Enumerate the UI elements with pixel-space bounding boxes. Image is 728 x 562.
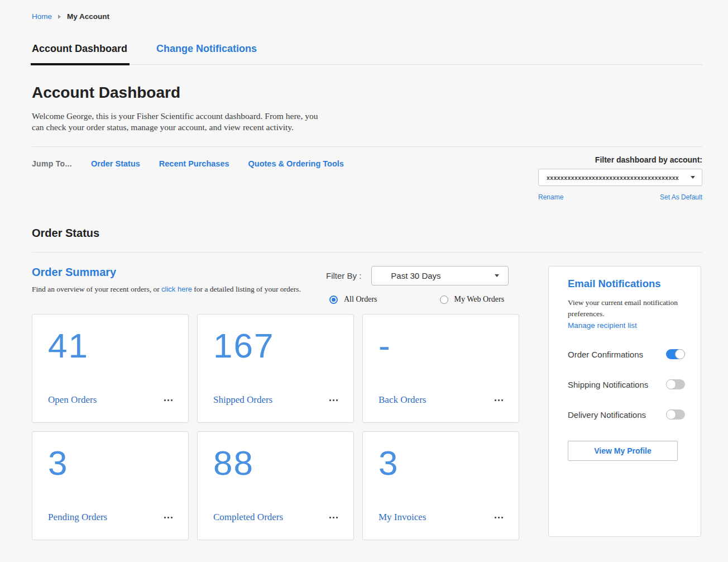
- delivery-notifications-toggle[interactable]: [666, 409, 685, 420]
- order-summary-title: Order Summary: [32, 266, 301, 279]
- divider: [32, 252, 702, 253]
- card-footer: Completed Orders: [213, 512, 339, 523]
- account-filter-selected-value: xxxxxxxxxxxxxxxxxxxxxxxxxxxxxxxxxxxxxx: [547, 174, 679, 181]
- card-footer: Back Orders: [379, 394, 504, 406]
- shipped-orders-link[interactable]: Shipped Orders: [213, 394, 272, 406]
- order-status-heading: Order Status: [32, 227, 702, 240]
- set-as-default-link[interactable]: Set As Default: [660, 193, 702, 201]
- view-my-profile-button[interactable]: View My Profile: [568, 441, 678, 461]
- breadcrumb-current: My Account: [67, 12, 109, 21]
- filter-by-label: Filter By :: [326, 271, 361, 280]
- shipped-orders-count: 167: [213, 327, 339, 365]
- card-back-orders: - Back Orders: [362, 314, 519, 423]
- my-invoices-count: 3: [379, 444, 504, 482]
- date-range-selected-value: Past 30 Days: [391, 271, 440, 280]
- tab-change-notifications[interactable]: Change Notifications: [156, 43, 257, 64]
- description-text: Find an overview of your recent orders, …: [32, 285, 161, 293]
- order-type-radios: All Orders My Web Orders: [326, 295, 519, 304]
- jump-to-label: Jump To...: [32, 159, 72, 168]
- card-footer: Pending Orders: [48, 512, 174, 523]
- manage-recipient-list-link[interactable]: Manage recipient list: [568, 321, 637, 330]
- breadcrumb: Home My Account: [32, 12, 702, 21]
- welcome-text: Welcome George, this is your Fisher Scie…: [32, 111, 328, 133]
- ellipsis-menu-icon[interactable]: [163, 397, 174, 403]
- jump-to-row: Jump To... Order Status Recent Purchases…: [32, 155, 702, 201]
- card-shipped-orders: 167 Shipped Orders: [197, 314, 354, 423]
- order-confirmations-toggle[interactable]: [666, 349, 685, 359]
- page-title: Account Dashboard: [32, 84, 702, 102]
- card-pending-orders: 3 Pending Orders: [32, 431, 189, 540]
- completed-orders-count: 88: [213, 444, 339, 482]
- radio-selected-icon: [329, 296, 338, 304]
- shipping-notifications-label: Shipping Notifications: [568, 380, 648, 389]
- order-confirmations-row: Order Confirmations: [568, 349, 685, 359]
- completed-orders-link[interactable]: Completed Orders: [213, 512, 283, 523]
- radio-all-orders[interactable]: All Orders: [329, 295, 377, 304]
- account-filter: Filter dashboard by account: xxxxxxxxxxx…: [538, 155, 702, 201]
- back-orders-count: -: [379, 327, 504, 365]
- radio-all-orders-label: All Orders: [344, 295, 377, 304]
- tab-bar: Account Dashboard Change Notifications: [32, 43, 702, 65]
- delivery-notifications-row: Delivery Notifications: [568, 409, 685, 420]
- pending-orders-link[interactable]: Pending Orders: [48, 512, 107, 523]
- ellipsis-menu-icon[interactable]: [494, 515, 504, 521]
- pending-orders-count: 3: [48, 444, 174, 482]
- shipping-notifications-row: Shipping Notifications: [568, 379, 685, 389]
- toggle-knob: [675, 349, 685, 359]
- order-confirmations-label: Order Confirmations: [568, 350, 643, 359]
- radio-my-web-orders[interactable]: My Web Orders: [440, 295, 505, 304]
- radio-my-web-orders-label: My Web Orders: [454, 295, 505, 304]
- card-footer: Open Orders: [48, 394, 174, 406]
- card-completed-orders: 88 Completed Orders: [197, 431, 354, 540]
- filter-by-controls: Filter By : Past 30 Days All Orders: [326, 266, 519, 304]
- ellipsis-menu-icon[interactable]: [328, 515, 339, 521]
- chevron-down-icon: [691, 176, 695, 179]
- rename-link[interactable]: Rename: [538, 193, 563, 201]
- account-filter-label: Filter dashboard by account:: [538, 155, 702, 164]
- ellipsis-menu-icon[interactable]: [494, 397, 504, 403]
- card-footer: Shipped Orders: [213, 394, 339, 406]
- filter-by-row: Filter By : Past 30 Days: [326, 266, 519, 285]
- order-summary-section: Order Summary Find an overview of your r…: [32, 266, 519, 540]
- toggle-knob: [666, 409, 676, 420]
- ellipsis-menu-icon[interactable]: [163, 515, 174, 521]
- email-notifications-title: Email Notifications: [568, 278, 685, 290]
- order-summary-description: Find an overview of your recent orders, …: [32, 285, 301, 294]
- description-text: for a detailed listing of your orders.: [192, 285, 301, 293]
- order-summary-intro: Order Summary Find an overview of your r…: [32, 266, 301, 294]
- order-summary-header: Order Summary Find an overview of your r…: [32, 266, 519, 314]
- email-notifications-description: View your current email notification pre…: [568, 297, 685, 320]
- jump-link-quotes-ordering-tools[interactable]: Quotes & Ordering Tools: [248, 159, 344, 168]
- open-orders-count: 41: [48, 327, 174, 365]
- jump-link-order-status[interactable]: Order Status: [91, 159, 140, 168]
- card-footer: My Invoices: [379, 512, 504, 523]
- click-here-link[interactable]: click here: [161, 285, 192, 293]
- order-summary-cards: 41 Open Orders 167 Shipped Orders -: [32, 314, 519, 540]
- notification-toggles: Order Confirmations Shipping Notificatio…: [568, 349, 685, 420]
- shipping-notifications-toggle[interactable]: [666, 379, 685, 389]
- account-filter-actions: Rename Set As Default: [538, 193, 702, 201]
- chevron-down-icon: [495, 274, 499, 277]
- toggle-knob: [666, 379, 676, 389]
- account-dashboard-page: Home My Account Account Dashboard Change…: [0, 0, 728, 540]
- divider: [32, 146, 702, 147]
- delivery-notifications-label: Delivery Notifications: [568, 410, 646, 420]
- tab-account-dashboard[interactable]: Account Dashboard: [32, 43, 127, 64]
- card-open-orders: 41 Open Orders: [32, 314, 189, 423]
- my-invoices-link[interactable]: My Invoices: [379, 512, 426, 523]
- email-notifications-panel: Email Notifications View your current em…: [548, 266, 701, 537]
- jump-link-recent-purchases[interactable]: Recent Purchases: [159, 159, 229, 168]
- ellipsis-menu-icon[interactable]: [328, 397, 339, 403]
- open-orders-link[interactable]: Open Orders: [48, 394, 97, 406]
- breadcrumb-separator-icon: [58, 15, 61, 19]
- jump-to-links: Jump To... Order Status Recent Purchases…: [32, 155, 344, 168]
- card-my-invoices: 3 My Invoices: [362, 431, 519, 540]
- date-range-select[interactable]: Past 30 Days: [371, 266, 509, 285]
- back-orders-link[interactable]: Back Orders: [379, 394, 426, 406]
- account-filter-select[interactable]: xxxxxxxxxxxxxxxxxxxxxxxxxxxxxxxxxxxxxx: [538, 169, 702, 186]
- radio-unselected-icon: [440, 296, 448, 304]
- breadcrumb-home-link[interactable]: Home: [32, 12, 52, 21]
- order-status-content: Order Summary Find an overview of your r…: [32, 266, 702, 540]
